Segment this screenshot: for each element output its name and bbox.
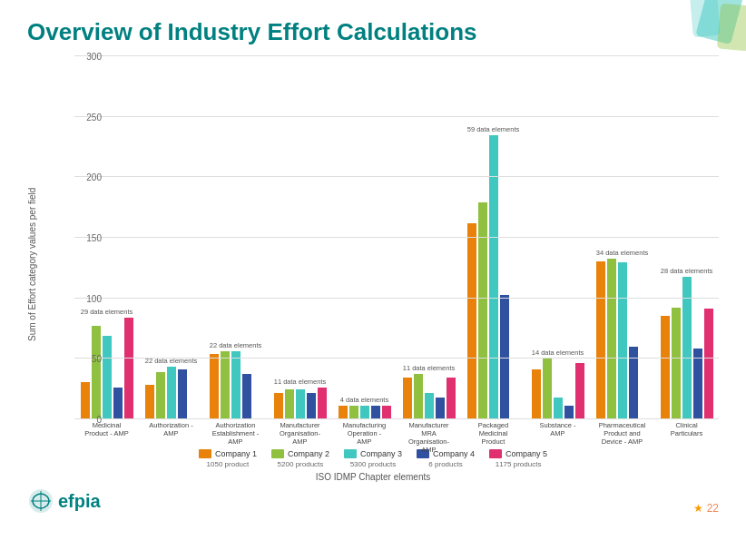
bar-group: 29 data elements	[74, 296, 139, 418]
bar	[596, 261, 605, 418]
x-label: Manufacturer MRA Organisation- AMP	[397, 418, 461, 454]
group-bars	[596, 259, 649, 418]
bar	[607, 259, 616, 418]
chart-area: Sum of Effort category values per field …	[27, 55, 719, 446]
bar	[414, 374, 423, 418]
x-label: Packaged Medicinal Product	[461, 418, 525, 446]
data-label: 11 data elements	[274, 366, 327, 386]
bar	[661, 316, 670, 418]
bar	[156, 372, 165, 418]
bar	[274, 393, 283, 418]
bar	[360, 406, 369, 418]
group-bars	[403, 374, 456, 418]
bar	[382, 406, 391, 418]
legend-label: Company 5	[506, 449, 547, 458]
bar	[103, 336, 112, 418]
bar	[618, 262, 627, 418]
x-labels: Medicinal Product - AMPAuthorization - A…	[74, 418, 719, 446]
group-bars	[467, 135, 520, 418]
legend-sub: 6 products	[428, 460, 462, 468]
bar	[436, 398, 445, 418]
bar	[543, 359, 552, 418]
group-bars	[145, 367, 198, 418]
bar	[403, 378, 412, 418]
data-label: 4 data elements	[340, 384, 388, 404]
efpia-logo: efpia	[27, 487, 101, 515]
bar	[145, 385, 154, 418]
bar-group: 34 data elements	[590, 237, 654, 418]
bar	[307, 393, 316, 418]
x-label: Medicinal Product - AMP	[74, 418, 139, 437]
bar	[231, 351, 240, 418]
star-icon: ★	[693, 502, 706, 515]
x-label: Manufacturing Operation - AMP	[332, 418, 397, 446]
bar	[339, 406, 348, 418]
legend-swatch	[271, 449, 284, 458]
data-label: 22 data elements	[210, 329, 262, 349]
bar	[371, 406, 380, 418]
bar	[242, 374, 251, 418]
data-label: 29 data elements	[81, 296, 133, 316]
bar	[210, 354, 219, 418]
svg-rect-1	[717, 4, 746, 52]
bar	[478, 202, 487, 418]
x-label: Substance - AMP	[525, 418, 590, 437]
bar	[447, 378, 456, 418]
x-axis-title: ISO IDMP Chapter elements	[27, 472, 719, 482]
bar	[113, 388, 123, 418]
group-bars	[661, 277, 713, 418]
y-axis-label: Sum of Effort category values per field	[27, 55, 40, 446]
bar	[532, 369, 541, 418]
bar-group: 11 data elements	[268, 366, 332, 418]
bar	[500, 295, 509, 418]
page-title: Overview of Industry Effort Calculations	[27, 18, 719, 46]
legend-item: Company 11050 product	[199, 449, 257, 468]
bar	[349, 406, 358, 418]
bar	[693, 349, 702, 418]
bar	[296, 389, 305, 418]
legend-swatch	[489, 449, 502, 458]
legend-area: Company 11050 productCompany 25200 produ…	[27, 449, 719, 468]
chart-inner: 29 data elements22 data elements22 data …	[40, 55, 719, 446]
bar	[124, 318, 133, 418]
bar	[81, 382, 90, 418]
legend-item: Company 51175 products	[489, 449, 547, 468]
data-label: 22 data elements	[145, 345, 198, 365]
bar	[575, 363, 584, 418]
legend-label: Company 2	[288, 449, 329, 458]
page: Overview of Industry Effort Calculations…	[0, 0, 746, 560]
data-label: 14 data elements	[532, 337, 584, 357]
bar	[92, 326, 101, 418]
bar	[318, 388, 327, 418]
efpia-icon	[27, 487, 54, 515]
group-bars	[274, 388, 327, 418]
data-label: 59 data elements	[467, 113, 520, 133]
bar	[167, 367, 176, 418]
data-label: 34 data elements	[596, 237, 649, 257]
legend-item: Company 25200 products	[271, 449, 329, 468]
bar	[682, 277, 692, 418]
bar	[425, 393, 434, 418]
bar-group: 4 data elements	[332, 384, 397, 418]
data-label: 11 data elements	[403, 352, 456, 372]
efpia-label: efpia	[58, 491, 101, 512]
data-label: 28 data elements	[661, 255, 713, 275]
page-number: ★ 22	[693, 502, 719, 515]
legend-sub: 5200 products	[278, 460, 324, 468]
legend-sub: 5300 products	[350, 460, 397, 468]
group-bars	[532, 359, 584, 418]
grid-area: 29 data elements22 data elements22 data …	[44, 55, 719, 446]
x-label: Pharmaceutical Product and Device - AMP	[590, 418, 654, 446]
bar-group: 22 data elements	[203, 329, 268, 418]
bar-group: 22 data elements	[139, 345, 203, 418]
group-bars	[339, 406, 391, 418]
group-bars	[81, 318, 133, 418]
bar	[489, 135, 498, 418]
bar-group: 11 data elements	[397, 352, 461, 418]
bar	[564, 406, 574, 418]
bar	[467, 223, 476, 418]
legend-sub: 1050 product	[207, 460, 250, 468]
legend-sub: 1175 products	[496, 460, 542, 468]
legend-item: Company 35300 products	[344, 449, 402, 468]
group-bars	[210, 351, 262, 418]
